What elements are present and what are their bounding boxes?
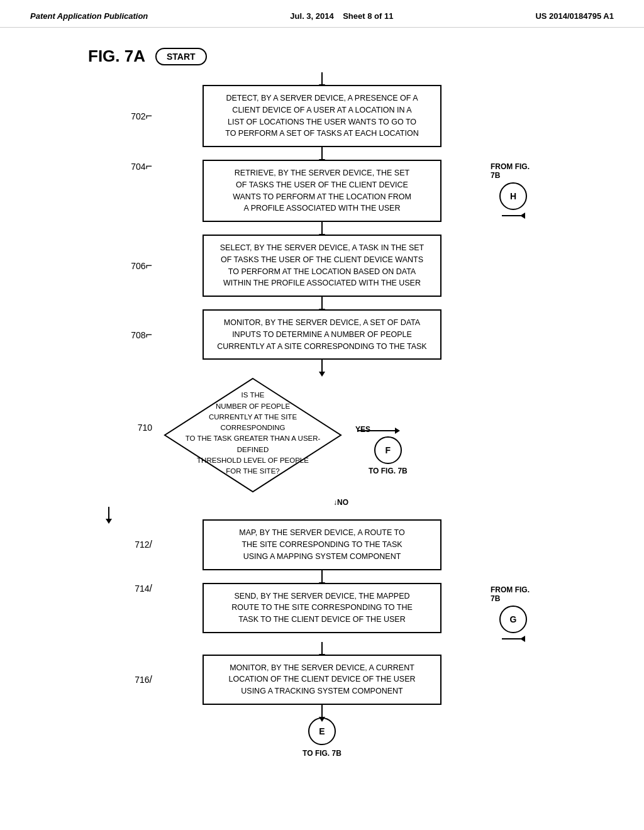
h-connector-group: FROM FIG. 7B H: [486, 160, 536, 219]
step-712-box: MAP, BY THE SERVER DEVICE, A ROUTE TO TH…: [203, 519, 441, 570]
step-714-row: 714/ SEND, BY THE SERVER DEVICE, THE MAP…: [108, 583, 536, 642]
header-date-sheet: Jul. 3, 2014 Sheet 8 of 11: [290, 11, 393, 21]
f-connector: F: [374, 436, 402, 464]
step-712-label: 712/: [108, 539, 158, 550]
from-fig-7b-g-label: FROM FIG. 7B: [491, 585, 536, 603]
yes-branch: YES F TO FIG. 7B: [347, 372, 408, 475]
figure-title-row: FIG. 7A START: [88, 47, 207, 66]
arrow-716-e: [321, 705, 323, 717]
f-connector-group: F TO FIG. 7B: [369, 436, 408, 475]
step-708-label: 708⌐: [108, 328, 158, 341]
step-702-center: DETECT, BY A SERVER DEVICE, A PRESENCE O…: [158, 85, 486, 147]
g-connector: G: [499, 606, 527, 633]
no-branch: ↓NO: [253, 498, 441, 507]
step-704-box: RETRIEVE, BY THE SERVER DEVICE, THE SET …: [203, 160, 441, 222]
step-702-box: DETECT, BY A SERVER DEVICE, A PRESENCE O…: [203, 85, 441, 147]
start-bubble: START: [155, 48, 207, 65]
flowchart: 702⌐ DETECT, BY A SERVER DEVICE, A PRESE…: [108, 72, 536, 758]
step-706-label: 706⌐: [108, 259, 158, 272]
arrow-710-712: [108, 507, 109, 519]
step-708-center: MONITOR, BY THE SERVER DEVICE, A SET OF …: [158, 309, 486, 360]
arrow-712-714: [321, 570, 323, 583]
yes-label: YES: [355, 425, 370, 434]
step-716-row: 716/ MONITOR, BY THE SERVER DEVICE, A CU…: [108, 655, 536, 705]
step-716-label: 716/: [108, 674, 158, 685]
step-716-box: MONITOR, BY THE SERVER DEVICE, A CURRENT…: [203, 655, 441, 705]
header-patent-number: US 2014/0184795 A1: [535, 11, 614, 21]
step-712-center: MAP, BY THE SERVER DEVICE, A ROUTE TO TH…: [158, 519, 486, 570]
arrow-start-702: [321, 72, 323, 85]
step-706-center: SELECT, BY THE SERVER DEVICE, A TASK IN …: [158, 235, 486, 297]
g-arrow: [502, 636, 525, 642]
to-fig-7b-e-label: TO FIG. 7B: [303, 749, 341, 758]
decision-710-row: 710 IS THE NUMBER OF PEOPLE CURRENTLY AT…: [108, 372, 536, 498]
step-714-box: SEND, BY THE SERVER DEVICE, THE MAPPED R…: [203, 583, 441, 633]
step-704-row: 704⌐ RETRIEVE, BY THE SERVER DEVICE, THE…: [108, 160, 536, 222]
page-header: Patent Application Publication Jul. 3, 2…: [0, 0, 644, 28]
step-704-center: RETRIEVE, BY THE SERVER DEVICE, THE SET …: [158, 160, 486, 222]
step-710-label: 710: [108, 372, 158, 433]
arrow-714-716: [321, 642, 323, 655]
step-714-label: 714/: [108, 583, 158, 594]
h-arrow: [502, 213, 525, 219]
header-publication: Patent Application Publication: [30, 11, 148, 21]
step-702-row: 702⌐ DETECT, BY A SERVER DEVICE, A PRESE…: [108, 85, 536, 147]
step-706-row: 706⌐ SELECT, BY THE SERVER DEVICE, A TAS…: [108, 235, 536, 297]
arrow-704-706: [321, 222, 323, 235]
step-708-box: MONITOR, BY THE SERVER DEVICE, A SET OF …: [203, 309, 441, 360]
arrow-702-704: [321, 147, 323, 160]
figure-label: FIG. 7A: [88, 47, 145, 66]
main-content: FIG. 7A START 702⌐ DETECT, BY A SERVER D…: [0, 28, 644, 777]
to-fig-7b-f-label: TO FIG. 7B: [369, 467, 408, 475]
diamond-710-container: IS THE NUMBER OF PEOPLE CURRENTLY AT THE…: [158, 372, 347, 498]
step-716-center: MONITOR, BY THE SERVER DEVICE, A CURRENT…: [158, 655, 486, 705]
step-704-label: 704⌐: [108, 160, 158, 173]
step-702-label: 702⌐: [108, 109, 158, 123]
diamond-710-text: IS THE NUMBER OF PEOPLE CURRENTLY AT THE…: [184, 390, 322, 477]
e-connector-group: E TO FIG. 7B: [303, 717, 341, 758]
arrow-708-710: [321, 360, 323, 372]
step-708-row: 708⌐ MONITOR, BY THE SERVER DEVICE, A SE…: [108, 309, 536, 360]
step-714-center: SEND, BY THE SERVER DEVICE, THE MAPPED R…: [158, 583, 486, 633]
h-connector: H: [499, 182, 527, 210]
from-fig-7b-h-label: FROM FIG. 7B: [491, 162, 536, 180]
step-706-box: SELECT, BY THE SERVER DEVICE, A TASK IN …: [203, 235, 441, 297]
step-712-row: 712/ MAP, BY THE SERVER DEVICE, A ROUTE …: [108, 519, 536, 570]
arrow-706-708: [321, 297, 323, 309]
no-label: ↓NO: [333, 498, 348, 507]
g-connector-group: FROM FIG. 7B G: [486, 583, 536, 642]
